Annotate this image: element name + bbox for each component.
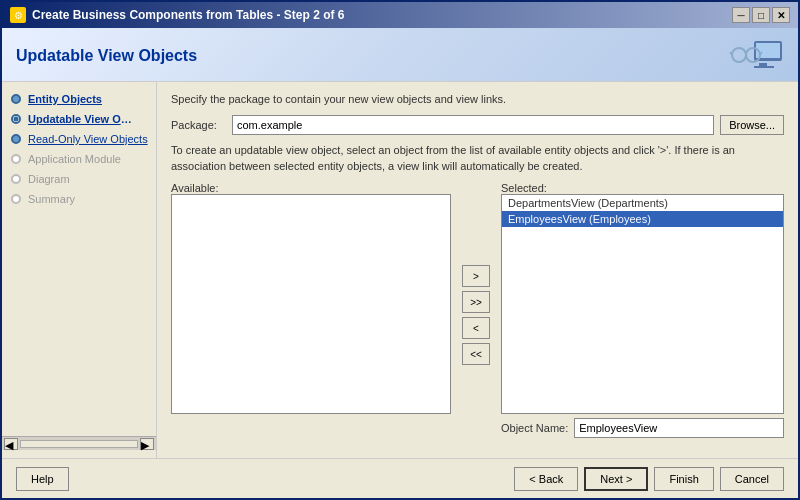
transfer-buttons: > >> < <<	[451, 182, 501, 448]
available-list[interactable]	[171, 194, 451, 414]
footer-right: < Back Next > Finish Cancel	[514, 467, 784, 491]
sidebar-label-entity-objects: Entity Objects	[28, 93, 102, 105]
list-item[interactable]: DepartmentsView (Departments)	[502, 195, 783, 211]
next-button[interactable]: Next >	[584, 467, 648, 491]
finish-button[interactable]: Finish	[654, 467, 713, 491]
package-row: Package: Browse...	[171, 115, 784, 135]
sidebar-item-summary: Summary	[2, 190, 156, 208]
sidebar-bullet-updatable	[10, 113, 22, 125]
object-name-label: Object Name:	[501, 422, 568, 434]
lists-area: Available: > >> < << Selected: Departmen…	[171, 182, 784, 448]
available-label: Available:	[171, 182, 451, 194]
instruction-text: To create an updatable view object, sele…	[171, 143, 784, 174]
title-bar: ⚙ Create Business Components from Tables…	[2, 2, 798, 28]
sidebar-item-readonly-view[interactable]: Read-Only View Objects	[2, 130, 156, 148]
sidebar-label-diagram: Diagram	[28, 173, 70, 185]
sidebar-label-summary: Summary	[28, 193, 75, 205]
package-description: Specify the package to contain your new …	[171, 92, 784, 107]
title-controls: ─ □ ✕	[732, 7, 790, 23]
sidebar-label-readonly-view: Read-Only View Objects	[28, 133, 148, 145]
sidebar-scroll-left[interactable]: ◀	[4, 438, 18, 450]
header-icon	[729, 37, 784, 75]
package-label: Package:	[171, 119, 226, 131]
bullet-active	[11, 114, 21, 124]
back-button[interactable]: < Back	[514, 467, 578, 491]
bullet-filled	[11, 94, 21, 104]
sidebar-label-updatable-view: Updatable View Obj...	[28, 113, 138, 125]
main-window: ⚙ Create Business Components from Tables…	[0, 0, 800, 500]
sidebar-item-app-module: Application Module	[2, 150, 156, 168]
object-name-row: Object Name:	[501, 418, 784, 438]
add-all-button[interactable]: >>	[462, 291, 490, 313]
browse-button[interactable]: Browse...	[720, 115, 784, 135]
bullet-readonly	[11, 134, 21, 144]
sidebar: Entity Objects Updatable View Obj... Rea…	[2, 82, 157, 458]
add-one-button[interactable]: >	[462, 265, 490, 287]
bullet-diagram	[11, 174, 21, 184]
bullet-summary	[11, 194, 21, 204]
remove-one-button[interactable]: <	[462, 317, 490, 339]
sidebar-label-app-module: Application Module	[28, 153, 121, 165]
footer-left: Help	[16, 467, 69, 491]
sidebar-item-entity-objects[interactable]: Entity Objects	[2, 90, 156, 108]
object-name-input[interactable]	[574, 418, 784, 438]
svg-rect-3	[754, 66, 774, 68]
sidebar-bullet-diagram	[10, 173, 22, 185]
cancel-button[interactable]: Cancel	[720, 467, 784, 491]
page-title: Updatable View Objects	[16, 47, 197, 65]
title-bar-left: ⚙ Create Business Components from Tables…	[10, 7, 345, 23]
sidebar-scrollbar[interactable]: ◀ ▶	[2, 436, 156, 450]
content-area: Entity Objects Updatable View Obj... Rea…	[2, 82, 798, 458]
window-title: Create Business Components from Tables -…	[32, 8, 345, 22]
page-header: Updatable View Objects	[2, 28, 798, 82]
package-input[interactable]	[232, 115, 714, 135]
remove-all-button[interactable]: <<	[462, 343, 490, 365]
svg-rect-2	[759, 63, 767, 66]
sidebar-item-updatable-view[interactable]: Updatable View Obj...	[2, 110, 156, 128]
svg-point-4	[732, 48, 746, 62]
list-item[interactable]: EmployeesView (Employees)	[502, 211, 783, 227]
footer: Help < Back Next > Finish Cancel	[2, 458, 798, 498]
sidebar-item-diagram: Diagram	[2, 170, 156, 188]
sidebar-scroll-track	[20, 440, 138, 448]
selected-container: Selected: DepartmentsView (Departments) …	[501, 182, 784, 448]
selected-label: Selected:	[501, 182, 784, 194]
close-button[interactable]: ✕	[772, 7, 790, 23]
sidebar-bullet-summary	[10, 193, 22, 205]
sidebar-bullet-appmod	[10, 153, 22, 165]
app-icon: ⚙	[10, 7, 26, 23]
available-container: Available:	[171, 182, 451, 448]
selected-list[interactable]: DepartmentsView (Departments) EmployeesV…	[501, 194, 784, 414]
minimize-button[interactable]: ─	[732, 7, 750, 23]
sidebar-bullet-entity	[10, 93, 22, 105]
bullet-appmod	[11, 154, 21, 164]
main-panel: Specify the package to contain your new …	[157, 82, 798, 458]
help-button[interactable]: Help	[16, 467, 69, 491]
maximize-button[interactable]: □	[752, 7, 770, 23]
sidebar-scroll-right[interactable]: ▶	[140, 438, 154, 450]
sidebar-bullet-readonly	[10, 133, 22, 145]
